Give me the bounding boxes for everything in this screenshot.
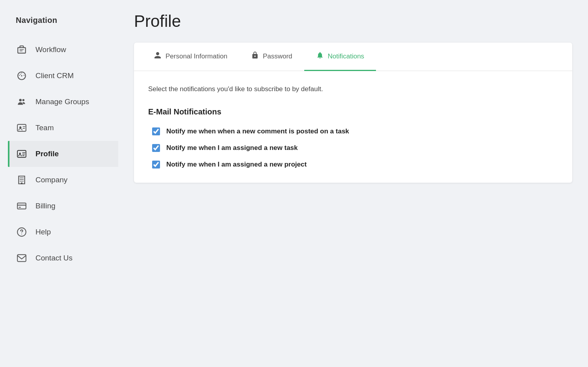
checkbox-comment-label: Notify me when when a new comment is pos…: [166, 127, 349, 135]
sidebar-label-company: Company: [35, 176, 67, 184]
sidebar-item-company[interactable]: Company: [8, 167, 118, 193]
tab-personal-information-label: Personal Information: [166, 52, 227, 60]
svg-point-2: [19, 99, 22, 101]
tab-notifications[interactable]: Notifications: [304, 43, 376, 71]
person-card-icon: [16, 122, 28, 134]
tab-password-label: Password: [263, 52, 292, 60]
group-icon: [16, 96, 28, 108]
svg-rect-17: [21, 179, 22, 180]
checkbox-item-project[interactable]: Notify me when I am assigned a new proje…: [152, 161, 558, 169]
checkbox-task[interactable]: [152, 144, 160, 152]
profile-card: Personal Information Password Noti: [134, 43, 572, 183]
checkbox-comment[interactable]: [152, 127, 160, 135]
svg-rect-28: [17, 255, 26, 261]
envelope-icon: [16, 252, 28, 264]
svg-rect-0: [20, 49, 24, 50]
building-icon: [16, 174, 28, 186]
sidebar-label-contact-us: Contact Us: [35, 254, 73, 262]
svg-point-5: [19, 126, 21, 128]
svg-point-9: [19, 153, 21, 154]
credit-card-icon: [16, 200, 28, 212]
svg-rect-14: [21, 178, 22, 178]
tab-personal-information[interactable]: Personal Information: [142, 43, 239, 71]
tab-notifications-label: Notifications: [328, 52, 365, 60]
sidebar-label-team: Team: [35, 124, 54, 132]
tab-password[interactable]: Password: [239, 43, 304, 71]
sidebar-label-manage-groups: Manage Groups: [35, 97, 89, 106]
checkbox-project-label: Notify me when I am assigned a new proje…: [166, 161, 307, 169]
email-notifications-title: E-Mail Notifications: [148, 107, 558, 116]
sidebar-item-contact-us[interactable]: Contact Us: [8, 245, 118, 271]
svg-rect-25: [19, 207, 20, 208]
checkbox-item-task[interactable]: Notify me when I am assigned a new task: [152, 144, 558, 152]
svg-rect-22: [21, 183, 22, 184]
sidebar-item-client-crm[interactable]: Client CRM: [8, 63, 118, 89]
svg-rect-1: [20, 51, 23, 51]
question-circle-icon: [16, 226, 28, 238]
tab-bar: Personal Information Password Noti: [134, 43, 572, 71]
svg-rect-13: [20, 178, 21, 178]
checkbox-list: Notify me when when a new comment is pos…: [148, 127, 558, 169]
svg-rect-23: [17, 203, 26, 209]
sidebar-item-manage-groups[interactable]: Manage Groups: [8, 89, 118, 115]
svg-point-27: [21, 234, 22, 234]
checkbox-item-comment[interactable]: Notify me when when a new comment is pos…: [152, 127, 558, 135]
sidebar-item-workflow[interactable]: Workflow: [8, 37, 118, 63]
notifications-content: Select the notifications you'd like to s…: [134, 71, 572, 183]
sidebar-label-billing: Billing: [35, 202, 56, 210]
main-content: Profile Personal Information: [118, 0, 588, 367]
svg-rect-21: [22, 181, 23, 182]
page-title: Profile: [134, 12, 572, 31]
sidebar-label-client-crm: Client CRM: [35, 71, 74, 80]
person-icon: [154, 51, 162, 61]
sidebar-item-help[interactable]: Help: [8, 219, 118, 245]
svg-point-3: [22, 99, 24, 101]
sidebar-label-help: Help: [35, 228, 51, 236]
sidebar-label-profile: Profile: [35, 150, 59, 158]
svg-rect-20: [21, 181, 22, 182]
sidebar-item-billing[interactable]: Billing: [8, 193, 118, 219]
svg-rect-16: [20, 179, 21, 180]
sidebar: Navigation Workflow Client CRM: [0, 0, 118, 367]
id-card-icon: [16, 148, 28, 160]
svg-rect-15: [22, 178, 23, 178]
checkbox-project[interactable]: [152, 161, 160, 169]
sidebar-item-team[interactable]: Team: [8, 115, 118, 141]
bell-icon: [316, 51, 324, 61]
sidebar-item-profile[interactable]: Profile: [8, 141, 118, 167]
sidebar-title: Navigation: [8, 12, 118, 37]
gauge-icon: [16, 70, 28, 82]
lock-icon: [251, 51, 259, 61]
sidebar-label-workflow: Workflow: [35, 45, 66, 54]
notifications-description: Select the notifications you'd like to s…: [148, 85, 558, 93]
checkbox-task-label: Notify me when I am assigned a new task: [166, 144, 298, 152]
svg-rect-19: [20, 181, 21, 182]
svg-rect-18: [22, 179, 23, 180]
briefcase-icon: [16, 44, 28, 56]
